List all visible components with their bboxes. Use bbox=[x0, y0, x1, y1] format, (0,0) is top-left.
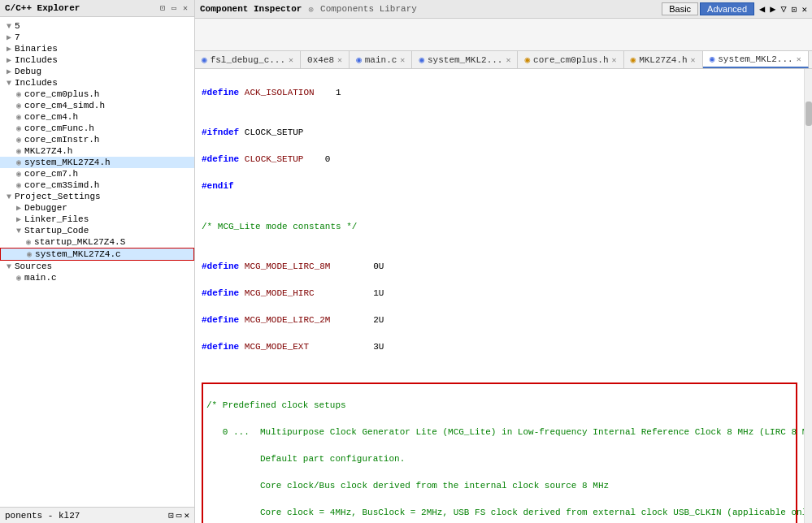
tree-item-label: core_cm7.h bbox=[24, 169, 78, 179]
panel-minimize-icon[interactable]: ⊡ bbox=[792, 4, 797, 15]
tree-item-main_c[interactable]: ◉ main.c bbox=[0, 272, 194, 283]
tab-0x4e8[interactable]: 0x4e8 ✕ bbox=[301, 51, 350, 68]
bottom-close-icon[interactable]: ✕ bbox=[184, 510, 189, 521]
tab-system_MKL2_2[interactable]: ◉ system_MKL2... ✕ bbox=[703, 51, 809, 68]
tab-core_cm0plus[interactable]: ◉ core_cm0plus.h ✕ bbox=[518, 51, 623, 68]
inspector-header: Component Inspector ⊗ Components Library… bbox=[195, 0, 812, 19]
advanced-view-btn[interactable]: Advanced bbox=[700, 2, 754, 15]
folder-icon: ▼ bbox=[7, 262, 11, 271]
nav-dropdown-icon[interactable]: ▽ bbox=[781, 3, 787, 15]
maximize-icon[interactable]: ▭ bbox=[170, 2, 178, 14]
explorer-header: C/C++ Explorer ⊡ ▭ ✕ bbox=[0, 0, 194, 17]
tab-close-icon[interactable]: ✕ bbox=[691, 55, 696, 65]
tree-item-label: startup_MKL27Z4.S bbox=[34, 237, 125, 247]
tree-item-root1[interactable]: ▼ 5 bbox=[0, 20, 194, 32]
tree-item-sources[interactable]: ▼ Sources bbox=[0, 261, 194, 272]
bottom-panel: ponents - kl27 ⊡ ▭ ✕ bbox=[0, 507, 194, 523]
tree-item-debugger[interactable]: ▶ Debugger bbox=[0, 202, 194, 214]
folder-icon: ▼ bbox=[16, 227, 21, 236]
folder-icon: ▼ bbox=[7, 192, 11, 201]
code-content: #define ACK_ISOLATION 1 #ifndef CLOCK_SE… bbox=[195, 69, 804, 523]
tree-item-label: system_MKL27Z4.c bbox=[35, 249, 121, 259]
tab-fsl_debug[interactable]: ◉ fsl_debug_c... ✕ bbox=[195, 51, 301, 68]
tab-close-icon[interactable]: ✕ bbox=[337, 55, 342, 65]
tree-item-core_cm4_simd_h[interactable]: ◉ core_cm4_simd.h bbox=[0, 100, 194, 111]
tree-item-core_cmFunc_h[interactable]: ◉ core_cmFunc.h bbox=[0, 123, 194, 134]
tab-close-icon[interactable]: ✕ bbox=[506, 55, 510, 65]
explorer-title: C/C++ Explorer bbox=[5, 3, 80, 13]
tree-item-label: core_cm3Simd.h bbox=[24, 180, 99, 190]
tab-close-icon[interactable]: ✕ bbox=[797, 54, 801, 64]
folder-icon: ▶ bbox=[7, 67, 11, 76]
scrollbar-thumb[interactable] bbox=[805, 102, 812, 126]
folder-icon: ▶ bbox=[7, 44, 11, 54]
tree-item-MKL27Z4_h[interactable]: ◉ MKL27Z4.h bbox=[0, 145, 194, 157]
bottom-minimize-icon[interactable]: ⊡ bbox=[168, 510, 174, 521]
tab-close-icon[interactable]: ✕ bbox=[612, 55, 617, 65]
tree-item-core_cm7_h[interactable]: ◉ core_cm7.h bbox=[0, 168, 194, 179]
tree-item-core_cm4_h[interactable]: ◉ core_cm4.h bbox=[0, 111, 194, 123]
tree-item-includes1[interactable]: ▶ Includes bbox=[0, 54, 194, 66]
minimize-icon[interactable]: ⊡ bbox=[158, 2, 167, 14]
folder-icon: ▼ bbox=[7, 79, 11, 88]
file-icon: ◉ bbox=[16, 146, 21, 156]
folder-icon: ▶ bbox=[7, 32, 11, 42]
tree-item-linker_files[interactable]: ▶ Linker_Files bbox=[0, 214, 194, 225]
folder-icon: ▶ bbox=[16, 203, 21, 213]
tree-item-startup_code[interactable]: ▼ Startup_Code bbox=[0, 225, 194, 236]
component-inspector-label: Component Inspector bbox=[200, 4, 302, 14]
close-icon[interactable]: ✕ bbox=[181, 2, 189, 14]
main-code-wrapper: #define ACK_ISOLATION 1 #ifndef CLOCK_SE… bbox=[195, 69, 812, 523]
tab-close-icon[interactable]: ✕ bbox=[289, 55, 293, 65]
tab-label: fsl_debug_c... bbox=[211, 55, 285, 65]
tab-file-icon: ◉ bbox=[524, 54, 530, 65]
scrollbar[interactable] bbox=[804, 69, 812, 523]
folder-icon: ▼ bbox=[7, 22, 11, 31]
comment-block: /* Predefined clock setups 0 ... Multipu… bbox=[202, 383, 797, 524]
tree-item-label: Includes bbox=[15, 78, 58, 88]
tree-item-label: 7 bbox=[15, 32, 20, 42]
basic-view-btn[interactable]: Basic bbox=[662, 2, 698, 15]
file-icon: ◉ bbox=[16, 158, 21, 167]
tree-item-core_cmInstr_h[interactable]: ◉ core_cmInstr.h bbox=[0, 134, 194, 145]
tree-item-label: Includes bbox=[15, 55, 58, 65]
nav-forward-icon[interactable]: ▶ bbox=[770, 3, 775, 15]
tree-item-system_MKL27Z4_h[interactable]: ◉ system_MKL27Z4.h bbox=[0, 157, 194, 168]
inspector-controls: Basic Advanced ◀ ▶ ▽ ⊡ ✕ bbox=[662, 2, 807, 15]
file-icon: ◉ bbox=[16, 273, 21, 283]
tree-item-includes2[interactable]: ▼ Includes bbox=[0, 77, 194, 89]
tree-item-label: Debugger bbox=[24, 203, 67, 213]
nav-back-icon[interactable]: ◀ bbox=[759, 3, 765, 15]
tree-item-label: core_cmInstr.h bbox=[24, 135, 99, 145]
tab-main[interactable]: ◉ main.c ✕ bbox=[350, 51, 412, 68]
tree-item-core_cm3Simd_h[interactable]: ◉ core_cm3Simd.h bbox=[0, 179, 194, 191]
tab-close-icon[interactable]: ✕ bbox=[400, 55, 405, 65]
tab-file-icon: ◉ bbox=[710, 54, 715, 64]
file-icon: ◉ bbox=[16, 135, 21, 145]
view-toggle: Basic Advanced bbox=[662, 2, 754, 15]
tree-item-startup_MKL27Z4_s[interactable]: ◉ startup_MKL27Z4.S bbox=[0, 236, 194, 248]
tree-item-label: system_MKL27Z4.h bbox=[24, 158, 111, 167]
panel-close-icon[interactable]: ✕ bbox=[801, 4, 807, 15]
tabs-controls: ▶10 ⊡ ✕ bbox=[809, 51, 812, 68]
folder-icon: ▶ bbox=[7, 55, 11, 65]
tab-label: system_MKL2... bbox=[718, 54, 792, 64]
tree-item-label: Sources bbox=[15, 262, 52, 271]
tab-MKL27Z4[interactable]: ◉ MKL27Z4.h ✕ bbox=[624, 51, 703, 68]
tree-item-project_settings[interactable]: ▼ Project_Settings bbox=[0, 191, 194, 202]
file-icon: ◉ bbox=[27, 249, 32, 259]
tree-item-label: 5 bbox=[15, 21, 20, 31]
tree-item-root2[interactable]: ▶ 7 bbox=[0, 32, 194, 43]
tabs-row: ◉ fsl_debug_c... ✕ 0x4e8 ✕ ◉ main.c ✕ ◉ … bbox=[195, 51, 812, 69]
bottom-maximize-icon[interactable]: ▭ bbox=[176, 510, 182, 521]
tree-item-binaries[interactable]: ▶ Binaries bbox=[0, 43, 194, 54]
tree-item-debug[interactable]: ▶ Debug bbox=[0, 66, 194, 77]
tree-item-system_MKL27Z4_c[interactable]: ◉ system_MKL27Z4.c bbox=[0, 248, 194, 261]
tree-item-label: Binaries bbox=[15, 44, 58, 54]
tab-system_MKL2_1[interactable]: ◉ system_MKL2... ✕ bbox=[412, 51, 518, 68]
right-panel: Component Inspector ⊗ Components Library… bbox=[195, 0, 812, 523]
tab-file-icon: ◉ bbox=[419, 54, 424, 65]
tree-item-label: main.c bbox=[24, 273, 57, 283]
tree-item-core_cm0plus_h[interactable]: ◉ core_cm0plus.h bbox=[0, 89, 194, 100]
code-area[interactable]: #define ACK_ISOLATION 1 #ifndef CLOCK_SE… bbox=[195, 69, 804, 523]
